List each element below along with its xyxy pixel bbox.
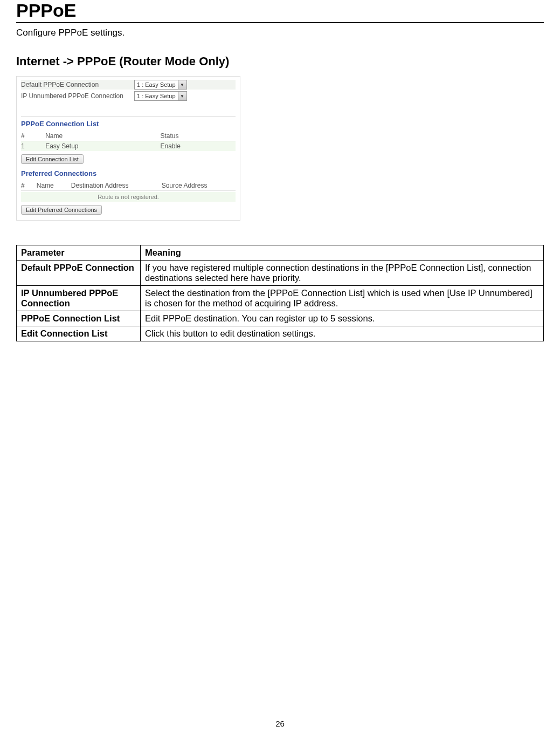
param-meaning: If you have registered multiple connecti…	[141, 261, 544, 286]
param-meaning: Edit PPPoE destination. You can register…	[141, 311, 544, 326]
settings-screenshot: Default PPPoE Connection 1 : Easy Setup …	[16, 76, 240, 221]
table-row: 1 Easy Setup Enable	[21, 141, 236, 152]
parameter-table: Parameter Meaning Default PPPoE Connecti…	[16, 245, 544, 341]
col-status: Status	[160, 131, 236, 141]
table-row: PPPoE Connection List Edit PPPoE destina…	[17, 311, 544, 326]
param-name: Default PPPoE Connection	[17, 261, 141, 286]
col-dest: Destination Address	[71, 181, 162, 191]
divider	[21, 116, 236, 117]
default-pppoe-label: Default PPPoE Connection	[21, 81, 134, 88]
section-heading: Internet -> PPPoE (Router Mode Only)	[16, 54, 544, 68]
page-subtitle: Configure PPPoE settings.	[16, 28, 544, 38]
cell-num: 1	[21, 141, 45, 152]
page-title: PPPoE	[16, 0, 544, 23]
col-src: Source Address	[162, 181, 236, 191]
table-row: Edit Connection List Click this button t…	[17, 326, 544, 341]
default-pppoe-dropdown[interactable]: 1 : Easy Setup ▼	[134, 80, 187, 90]
chevron-down-icon: ▼	[178, 92, 186, 100]
no-route-message: Route is not registered.	[21, 192, 236, 202]
header-parameter: Parameter	[17, 245, 141, 261]
ip-unnumbered-label: IP Unnumbered PPPoE Connection	[21, 92, 134, 100]
chevron-down-icon: ▼	[178, 80, 186, 89]
edit-preferred-connections-button[interactable]: Edit Preferred Connections	[21, 205, 102, 215]
param-meaning: Click this button to edit destination se…	[141, 326, 544, 341]
col-name: Name	[37, 181, 71, 191]
cell-name: Easy Setup	[45, 141, 160, 152]
col-name: Name	[45, 131, 160, 141]
table-row: Default PPPoE Connection If you have reg…	[17, 261, 544, 286]
edit-connection-list-button[interactable]: Edit Connection List	[21, 154, 84, 164]
preferred-connections-table: # Name Destination Address Source Addres…	[21, 181, 236, 191]
connection-list-table: # Name Status 1 Easy Setup Enable	[21, 131, 236, 151]
preferred-connections-header: Preferred Connections	[21, 169, 236, 177]
col-num: #	[21, 131, 45, 141]
param-name: IP Unnumbered PPPoE Connection	[17, 286, 141, 311]
page-number: 26	[0, 719, 560, 728]
param-name: PPPoE Connection List	[17, 311, 141, 326]
col-num: #	[21, 181, 37, 191]
param-name: Edit Connection List	[17, 326, 141, 341]
header-meaning: Meaning	[141, 245, 544, 261]
ip-unnumbered-dropdown[interactable]: 1 : Easy Setup ▼	[134, 91, 187, 101]
connection-list-header: PPPoE Connection List	[21, 120, 236, 128]
dropdown-value: 1 : Easy Setup	[135, 81, 178, 88]
param-meaning: Select the destination from the [PPPoE C…	[141, 286, 544, 311]
cell-status: Enable	[160, 141, 236, 152]
table-row: IP Unnumbered PPPoE Connection Select th…	[17, 286, 544, 311]
dropdown-value: 1 : Easy Setup	[135, 93, 178, 99]
